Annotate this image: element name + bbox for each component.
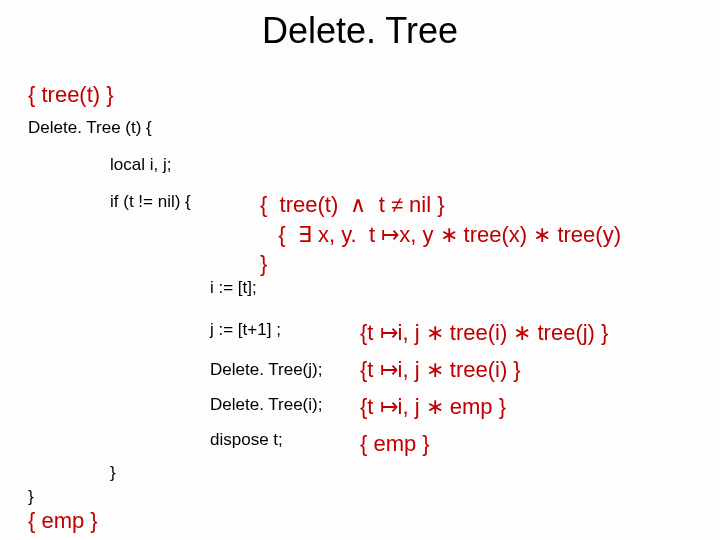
if-guard: if (t != nil) { xyxy=(110,192,191,212)
stmt-dispose: dispose t; xyxy=(210,430,283,450)
stmt-j-assign: j := [t+1] ; xyxy=(210,320,281,340)
close-brace-outer: } xyxy=(28,487,34,507)
precondition: { tree(t) } xyxy=(28,82,114,108)
slide-title: Delete. Tree xyxy=(0,0,720,52)
stmt-i-assign: i := [t]; xyxy=(210,278,257,298)
function-signature: Delete. Tree (t) { xyxy=(28,118,152,138)
assertion-after-dispose: { emp } xyxy=(360,431,430,457)
stmt-delete-j: Delete. Tree(j); xyxy=(210,360,322,380)
local-decl: local i, j; xyxy=(110,155,171,175)
postcondition: { emp } xyxy=(28,508,98,534)
close-brace-inner: } xyxy=(110,463,116,483)
assertion-after-delete-j: {t ↦i, j ∗ tree(i) } xyxy=(360,357,521,383)
assertion-after-delete-i: {t ↦i, j ∗ emp } xyxy=(360,394,506,420)
assertion-after-j: {t ↦i, j ∗ tree(i) ∗ tree(j) } xyxy=(360,320,608,346)
assertion-block-1: { tree(t) ∧ t ≠ nil } { ∃ x, y. t ↦x, y … xyxy=(260,190,621,279)
slide: Delete. Tree { tree(t) } Delete. Tree (t… xyxy=(0,0,720,540)
stmt-delete-i: Delete. Tree(i); xyxy=(210,395,322,415)
